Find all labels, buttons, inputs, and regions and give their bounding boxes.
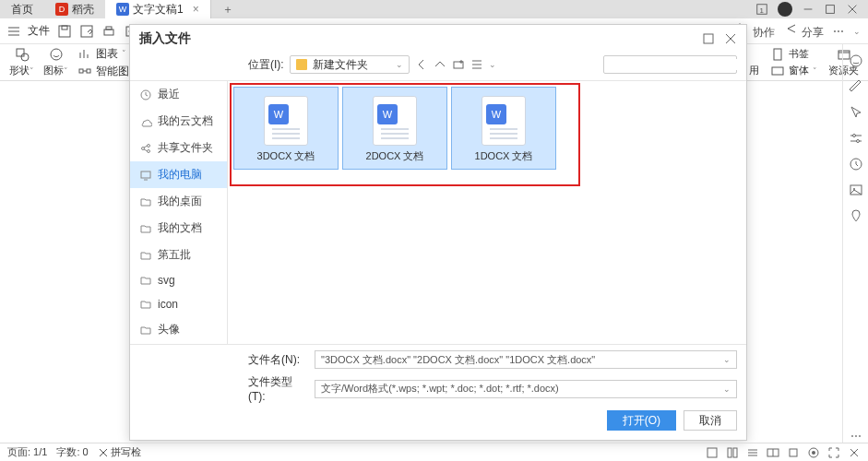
expand-icon[interactable] — [848, 446, 861, 459]
save-icon[interactable] — [57, 24, 72, 39]
menu-share[interactable]: 分享 — [784, 21, 824, 41]
new-tab-button[interactable]: ＋ — [211, 0, 244, 18]
cursor-icon[interactable] — [849, 105, 863, 120]
spellcheck-icon — [98, 447, 109, 458]
sidebar-item-8[interactable]: icon — [130, 292, 227, 316]
sidebar-item-5[interactable]: 我的文档 — [130, 215, 227, 242]
tab-daoke[interactable]: D稻壳 — [44, 0, 105, 18]
tab-home[interactable]: 首页 — [0, 0, 44, 18]
location-combo[interactable]: 新建文件夹⌄ — [290, 55, 410, 74]
sidebar-item-7[interactable]: svg — [130, 268, 227, 292]
focus-icon[interactable] — [807, 446, 820, 459]
svg-rect-19 — [87, 69, 90, 73]
tool-icon[interactable]: 图标˅ — [43, 47, 68, 77]
view-web-icon[interactable] — [746, 446, 759, 459]
search-input[interactable] — [613, 59, 741, 70]
file-item-1[interactable]: W2DOCX 文档 — [342, 87, 447, 170]
window-maximize-icon[interactable] — [824, 3, 837, 16]
menu-file[interactable]: 文件 — [28, 23, 50, 39]
location-icon[interactable] — [849, 208, 863, 223]
menu-chevron-icon[interactable]: ⌄ — [853, 27, 861, 36]
view-read-icon[interactable] — [767, 446, 779, 459]
fit-page-icon[interactable] — [787, 446, 800, 459]
window-minimize-icon[interactable] — [802, 3, 814, 16]
close-tab-icon[interactable]: × — [193, 3, 199, 16]
history-icon[interactable] — [849, 157, 863, 171]
bookmark-icon — [770, 47, 785, 62]
svg-rect-43 — [728, 448, 731, 457]
nav-up-icon[interactable] — [434, 58, 446, 71]
doc-thumb: W — [373, 96, 417, 146]
monitor-icon — [139, 169, 152, 182]
tab-list-icon[interactable]: 1 — [755, 3, 768, 16]
view-outline-icon[interactable] — [726, 446, 739, 459]
app-tab-bar: 首页 D稻壳 W文字文稿1× ＋ 1 — [0, 0, 868, 18]
sidebar-item-9[interactable]: 头像 — [130, 316, 227, 343]
user-avatar[interactable] — [778, 2, 792, 17]
svg-rect-22 — [772, 67, 783, 75]
tool-shape[interactable]: 形状˅ — [9, 47, 34, 77]
status-spellcheck[interactable]: 拼写检 — [98, 445, 141, 459]
file-label: 3DOCX 文档 — [257, 149, 315, 163]
svg-rect-7 — [62, 26, 67, 30]
filetype-combo[interactable]: 文字/Word格式(*.wps; *.wpt; *.doc; *.dot; *.… — [315, 380, 737, 398]
dialog-maximize-icon[interactable] — [702, 32, 715, 45]
sidebar-item-1[interactable]: 我的云文档 — [130, 108, 227, 135]
doc-thumb: W — [482, 96, 526, 146]
sidebar-item-0[interactable]: 最近 — [130, 81, 227, 108]
dialog-close-icon[interactable] — [724, 32, 737, 45]
svg-rect-40 — [141, 171, 150, 178]
svg-rect-15 — [17, 49, 24, 56]
hamburger-icon[interactable] — [7, 25, 20, 38]
filename-combo[interactable]: "3DOCX 文档.docx" "2DOCX 文档.docx" "1DOCX 文… — [315, 350, 737, 369]
view-mode-icon[interactable] — [470, 58, 483, 71]
filetype-label: 文件类型(T): — [248, 374, 309, 403]
new-folder-icon[interactable] — [452, 58, 465, 71]
file-label: 2DOCX 文档 — [366, 149, 424, 163]
tool-window[interactable]: 窗体˅ — [770, 64, 817, 78]
folder-icon — [139, 249, 152, 262]
file-item-2[interactable]: W1DOCX 文档 — [451, 87, 556, 170]
svg-rect-6 — [59, 26, 70, 37]
svg-point-25 — [852, 135, 855, 137]
location-label: 位置(I): — [248, 57, 284, 73]
dialog-title: 插入文件 — [139, 30, 191, 47]
dialog-sidebar: 最近我的云文档共享文件夹我的电脑我的桌面我的文档第五批svgicon头像第二批 — [130, 81, 228, 344]
file-item-0[interactable]: W3DOCX 文档 — [233, 87, 339, 170]
status-page: 页面: 1/1 — [7, 445, 47, 459]
status-bar: 页面: 1/1 字数: 0 拼写检 — [0, 443, 868, 461]
svg-rect-47 — [790, 449, 797, 456]
sidebar-item-3[interactable]: 我的电脑 — [130, 161, 227, 188]
cancel-button[interactable]: 取消 — [684, 410, 737, 431]
svg-point-17 — [51, 49, 62, 60]
wps-badge-icon: W — [377, 104, 398, 124]
zoom-fit-icon[interactable] — [827, 446, 840, 459]
sidebar-item-4[interactable]: 我的桌面 — [130, 188, 227, 215]
sidebar-item-6[interactable]: 第五批 — [130, 242, 227, 268]
folder-icon — [296, 59, 307, 70]
print-icon[interactable] — [101, 24, 116, 39]
tab-document[interactable]: W文字文稿1× — [105, 0, 211, 18]
search-box[interactable] — [603, 55, 737, 74]
menu-more-icon[interactable]: ⋯ — [833, 25, 844, 38]
pen-icon[interactable] — [849, 79, 863, 94]
view-page-icon[interactable] — [706, 446, 719, 459]
sidebar-more-icon[interactable]: ⋯ — [850, 430, 862, 443]
wps-badge-icon: W — [486, 104, 506, 124]
svg-text:1: 1 — [759, 6, 763, 15]
assistant-icon[interactable] — [849, 53, 863, 68]
folder-icon — [139, 298, 152, 311]
image-icon[interactable] — [849, 183, 863, 197]
svg-point-48 — [812, 451, 815, 455]
save-as-icon[interactable] — [79, 24, 94, 39]
nav-back-icon[interactable] — [415, 58, 428, 71]
open-button[interactable]: 打开(O) — [607, 410, 676, 431]
settings-slider-icon[interactable] — [849, 131, 863, 146]
folder-icon — [139, 222, 152, 235]
window-close-icon[interactable] — [846, 3, 859, 16]
tool-bookmark[interactable]: 书签 — [770, 47, 817, 62]
sidebar-item-2[interactable]: 共享文件夹 — [130, 135, 227, 161]
folder-icon — [139, 324, 152, 337]
svg-rect-3 — [826, 6, 835, 14]
svg-point-26 — [856, 140, 859, 143]
